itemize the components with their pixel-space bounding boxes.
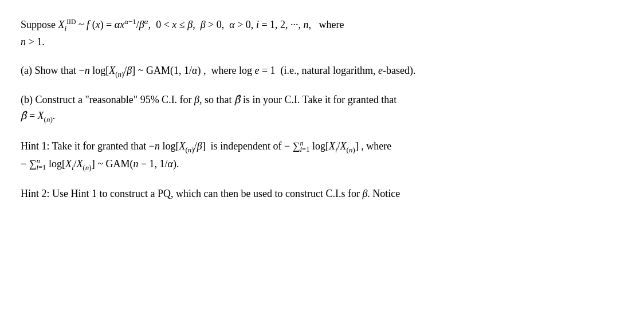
part-b-paragraph: (b) Construct a "reasonable" 95% C.I. fo… — [21, 92, 623, 125]
content-area: Suppose XiIID ~ f (x) = αxα−1/βα, 0 < x … — [21, 16, 623, 202]
hint1-text: Hint 1: Take it for granted that −n log[… — [21, 140, 391, 152]
part-a-text: (a) Show that −n log[X(n)/β] ~ GAM(1, 1/… — [21, 65, 416, 76]
suppose-text: Suppose XiIID ~ f (x) = αxα−1/βα, 0 < x … — [21, 19, 344, 30]
part-a-paragraph: (a) Show that −n log[X(n)/β] ~ GAM(1, 1/… — [21, 63, 623, 80]
suppose-paragraph: Suppose XiIID ~ f (x) = αxα−1/βα, 0 < x … — [21, 16, 623, 50]
hint1-paragraph: Hint 1: Take it for granted that −n log[… — [21, 138, 623, 174]
suppose-n-condition: n > 1. — [21, 36, 45, 48]
part-b-beta-hat: β̂ = X(n). — [21, 110, 55, 121]
hint2-text: Hint 2: Use Hint 1 to construct a PQ, wh… — [21, 188, 400, 199]
hint1-gam: − ∑ni=1 log[Xi/X(n)] ~ GAM(n − 1, 1/α). — [21, 158, 179, 170]
hint2-paragraph: Hint 2: Use Hint 1 to construct a PQ, wh… — [21, 186, 623, 202]
part-b-text: (b) Construct a "reasonable" 95% C.I. fo… — [21, 94, 396, 105]
